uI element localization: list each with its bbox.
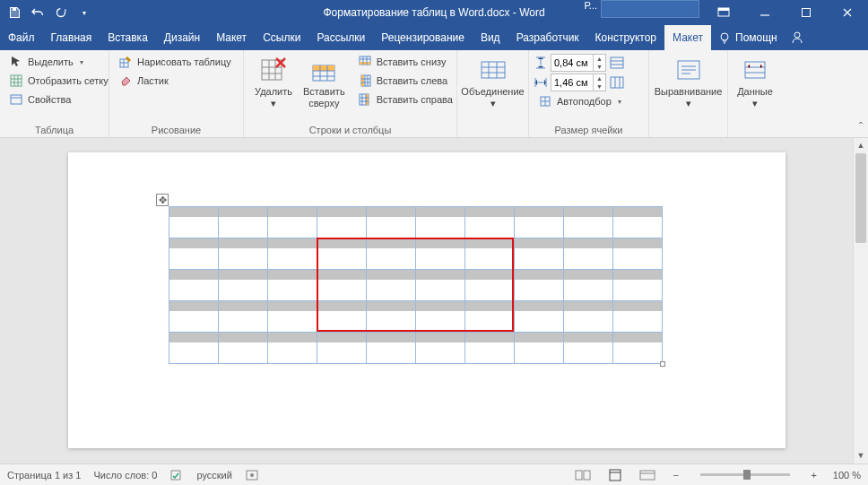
gridlines-button[interactable]: Отобразить сетку [5, 73, 112, 89]
draw-table-button[interactable]: Нарисовать таблицу [115, 54, 235, 70]
table-cell[interactable] [613, 270, 663, 286]
account-box[interactable] [601, 0, 699, 18]
table-cell[interactable] [268, 301, 317, 317]
print-layout-icon[interactable] [605, 467, 625, 483]
tab-review[interactable]: Рецензирование [373, 25, 473, 50]
page[interactable]: ✥ [68, 152, 786, 448]
distribute-rows-icon[interactable] [610, 56, 624, 69]
tell-me[interactable]: Помощн [711, 25, 785, 50]
table-cell[interactable] [416, 238, 465, 255]
distribute-cols-icon[interactable] [610, 76, 624, 89]
zoom-out-button[interactable]: − [670, 470, 682, 481]
table-cell[interactable] [515, 270, 564, 286]
table-cell[interactable] [564, 301, 613, 317]
table-cell[interactable] [169, 301, 219, 317]
scroll-down-icon[interactable]: ▼ [854, 448, 868, 463]
table-cell[interactable] [416, 348, 465, 364]
insert-right-button[interactable]: Вставить справа [354, 91, 456, 108]
table-cell[interactable] [465, 333, 515, 349]
vertical-scrollbar[interactable]: ▲ ▼ [853, 138, 868, 463]
width-input[interactable]: ▲▼ [551, 74, 606, 91]
word-count[interactable]: Число слов: 0 [93, 470, 157, 481]
table-cell[interactable] [367, 254, 416, 270]
table-cell[interactable] [219, 348, 268, 364]
spin-up-icon[interactable]: ▲ [593, 55, 605, 63]
table-cell[interactable] [169, 254, 219, 270]
table-cell[interactable] [564, 207, 613, 223]
table-cell[interactable] [515, 207, 564, 223]
tab-home[interactable]: Главная [43, 25, 100, 50]
table-cell[interactable] [465, 348, 515, 364]
table-cell[interactable] [416, 301, 465, 317]
web-layout-icon[interactable] [638, 467, 657, 483]
tab-mailings[interactable]: Рассылки [308, 25, 373, 50]
zoom-slider[interactable] [700, 473, 790, 476]
table-cell[interactable] [416, 207, 465, 223]
table-cell[interactable] [367, 285, 416, 301]
table-cell[interactable] [515, 285, 564, 301]
undo-icon[interactable] [30, 5, 45, 20]
insert-above-button[interactable]: Вставить сверху [298, 54, 351, 123]
spin-down-icon[interactable]: ▼ [593, 63, 605, 71]
table-cell[interactable] [613, 285, 663, 301]
table-cell[interactable] [465, 254, 515, 270]
table-move-handle-icon[interactable]: ✥ [156, 194, 169, 206]
qat-customize-icon[interactable]: ▾ [77, 5, 91, 20]
insert-left-button[interactable]: Вставить слева [354, 73, 456, 89]
table-cell[interactable] [613, 238, 663, 255]
table-cell[interactable] [219, 254, 268, 270]
scroll-up-icon[interactable]: ▲ [854, 138, 868, 153]
table-cell[interactable] [564, 254, 613, 270]
table-cell[interactable] [564, 270, 613, 286]
table-cell[interactable] [465, 270, 515, 286]
height-value[interactable] [551, 57, 593, 68]
alignment-button[interactable]: Выравнивание ▾ [652, 54, 725, 123]
table-cell[interactable] [317, 348, 367, 364]
table-cell[interactable] [219, 270, 268, 286]
table-cell[interactable] [317, 254, 367, 270]
delete-button[interactable]: Удалить ▾ [249, 54, 298, 123]
table-cell[interactable] [465, 301, 515, 317]
table-cell[interactable] [613, 301, 663, 317]
table-cell[interactable] [465, 207, 515, 223]
zoom-slider-thumb[interactable] [743, 470, 751, 480]
data-button[interactable]: Данные ▾ [732, 54, 778, 123]
collapse-ribbon-icon[interactable]: ˆ [859, 121, 863, 134]
table-cell[interactable] [367, 207, 416, 223]
table-cell[interactable] [317, 207, 367, 223]
table-cell[interactable] [317, 270, 367, 286]
minimize-icon[interactable] [744, 0, 786, 25]
table-cell[interactable] [515, 238, 564, 255]
table-cell[interactable] [416, 333, 465, 349]
read-mode-icon[interactable] [573, 467, 593, 483]
spin-up-icon[interactable]: ▲ [593, 74, 605, 82]
table-cell[interactable] [613, 316, 663, 333]
merge-button[interactable]: Объединение ▾ [460, 54, 526, 123]
table-cell[interactable] [268, 270, 317, 286]
table-cell[interactable] [268, 222, 317, 238]
tab-table-layout[interactable]: Макет [664, 25, 711, 50]
table-cell[interactable] [219, 285, 268, 301]
table-cell[interactable] [515, 254, 564, 270]
height-input[interactable]: ▲▼ [551, 54, 606, 72]
table-cell[interactable] [169, 270, 219, 286]
table-cell[interactable] [613, 207, 663, 223]
table-cell[interactable] [317, 238, 367, 255]
table-resize-handle-icon[interactable] [660, 361, 665, 367]
table-cell[interactable] [169, 316, 219, 333]
close-icon[interactable] [827, 0, 868, 25]
table-cell[interactable] [268, 348, 317, 364]
tab-developer[interactable]: Разработчик [508, 25, 587, 50]
table-cell[interactable] [268, 238, 317, 255]
table-cell[interactable] [219, 301, 268, 317]
table-cell[interactable] [367, 238, 416, 255]
share-icon[interactable] [785, 25, 810, 50]
width-value[interactable] [551, 77, 593, 88]
autofit-button[interactable]: Автоподбор▾ [534, 93, 625, 109]
redo-icon[interactable] [54, 5, 68, 20]
table-cell[interactable] [416, 270, 465, 286]
table-cell[interactable] [367, 222, 416, 238]
table-cell[interactable] [564, 222, 613, 238]
table-cell[interactable] [465, 316, 515, 333]
table-cell[interactable] [613, 348, 663, 364]
